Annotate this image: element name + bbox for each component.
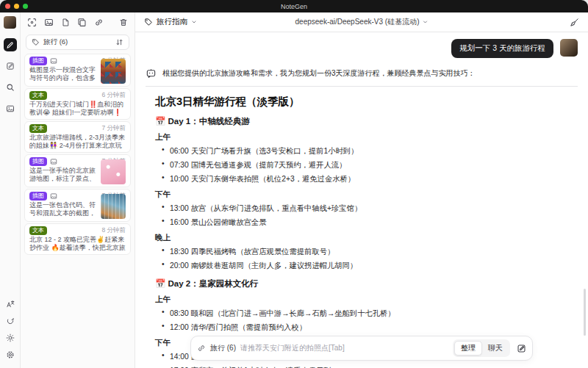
note-preview-text: 这是一张包含代码、符号和混乱文本的截图，内容难以辨识，似乎涉及技术... bbox=[29, 201, 97, 217]
insert-image-button[interactable] bbox=[44, 18, 54, 27]
divider bbox=[146, 86, 578, 87]
screenshot-button[interactable] bbox=[27, 18, 37, 27]
itinerary-item: 10:00 天安门东侧华表拍照（机位2+3，避免过金水桥） bbox=[170, 174, 580, 184]
trash-icon bbox=[119, 18, 128, 27]
gear-icon bbox=[6, 350, 15, 359]
gallery-tab-button[interactable] bbox=[4, 102, 17, 115]
insert-link-button[interactable] bbox=[94, 18, 104, 27]
day-heading: 📅 Day 2：皇家园林文化行 bbox=[155, 278, 580, 289]
sync-icon bbox=[6, 317, 15, 325]
write-tab-button[interactable] bbox=[4, 59, 17, 73]
pen-icon bbox=[6, 41, 14, 49]
note-preview-text: 截图显示一段混合文字与符号的内容，包含多行无序排列的字母、数字和符... bbox=[29, 66, 97, 82]
user-message-row: 规划一下 3 天的旅游行程 bbox=[146, 39, 578, 58]
document-selector[interactable]: 旅行指南 bbox=[144, 17, 197, 27]
time-of-day-label: 下午 bbox=[155, 190, 580, 200]
chevron-down-icon bbox=[191, 19, 197, 25]
itinerary-item: 12:00 清华/西门拍照（需提前预约入校） bbox=[170, 322, 580, 333]
picture-icon bbox=[50, 158, 57, 165]
square-pen-icon bbox=[6, 62, 15, 71]
note-type-badge: 插图 bbox=[29, 192, 47, 201]
model-name: deepseek-ai/DeepSeek-V3 (硅基流动) bbox=[295, 17, 420, 27]
itinerary-item: 13:00 故宫（从东华门进免排队，重点看中轴线+珍宝馆） bbox=[170, 203, 580, 214]
note-card[interactable]: 文本 7 分钟前 北京旅游详细路线，2-3月淡季来的姐妹👭 2-4月份打算来北京… bbox=[24, 121, 131, 153]
chat-input-bar[interactable]: 旅行 (6) 请推荐天安门附近的拍照点[Tab] 整理 聊天 bbox=[190, 336, 533, 361]
sort-icon bbox=[115, 38, 123, 46]
sort-button[interactable] bbox=[115, 38, 123, 46]
square-pen-icon bbox=[517, 344, 526, 353]
note-type-badge: 文本 bbox=[29, 124, 47, 133]
compose-button[interactable] bbox=[517, 344, 526, 353]
itinerary-item: 18:30 四季民福烤鸭（故宫店观景位需提前取号） bbox=[170, 247, 580, 257]
time-of-day-label: 上午 bbox=[155, 132, 580, 142]
itinerary-document: 北京3日精华游行程（淡季版） 📅 Day 1：中轴线经典游上午06:00 天安门… bbox=[155, 95, 580, 368]
time-of-day-label: 晚上 bbox=[155, 233, 580, 243]
main-panel: 旅行指南 deepseek-ai/DeepSeek-V3 (硅基流动) 规划一下… bbox=[135, 12, 588, 368]
note-thumbnail bbox=[101, 59, 126, 84]
note-preview-text: 北京 12 - 2 攻略已完善✌️赶紧来抄作业 🔥趁着淡季，快把北京旅游攻略重新… bbox=[29, 236, 126, 252]
sidebar-toolbar bbox=[21, 12, 135, 32]
sun-icon bbox=[6, 333, 15, 342]
model-selector[interactable]: deepseek-ai/DeepSeek-V3 (硅基流动) bbox=[295, 17, 429, 27]
day-heading: 📅 Day 1：中轴线经典游 bbox=[155, 116, 580, 127]
note-type-badge: 插图 bbox=[29, 57, 47, 65]
language-button[interactable] bbox=[4, 297, 17, 311]
left-rail bbox=[0, 12, 21, 368]
insert-file-button[interactable] bbox=[61, 18, 70, 27]
organize-mode-button[interactable]: 整理 bbox=[454, 341, 482, 356]
itinerary-item: 08:30 颐和园（北宫门进→画中游→长廊→石舫→坐船到十七孔桥） bbox=[170, 309, 580, 319]
note-list: 插图 6 分钟前 截图显示一段混合文字与符号的内容，包含多行无序排列的字母、数字… bbox=[21, 53, 135, 256]
note-card[interactable]: 插图 7 分钟前 这是一张包含代码、符号和混乱文本的截图，内容难以辨识，似乎涉及… bbox=[24, 189, 131, 222]
app-window: NoteGen bbox=[0, 0, 588, 368]
itinerary-item: 20:00 南锣鼓巷逛胡同（主街人多，建议拐进帽儿胡同） bbox=[170, 261, 580, 271]
document-title: 旅行指南 bbox=[157, 17, 187, 27]
main-header: 旅行指南 deepseek-ai/DeepSeek-V3 (硅基流动) bbox=[135, 12, 588, 32]
clipboard-icon bbox=[77, 18, 87, 27]
tag-filter[interactable]: 旅行 (6) bbox=[26, 35, 129, 50]
search-tab-button[interactable] bbox=[4, 81, 17, 94]
sync-button[interactable] bbox=[4, 314, 17, 328]
chat-area: 规划一下 3 天的旅游行程 根据您提供的北京旅游攻略和需求，我为您规划一份3天深… bbox=[135, 33, 588, 368]
note-card[interactable]: 插图 6 分钟前 截图显示一段混合文字与符号的内容，包含多行无序排列的字母、数字… bbox=[24, 54, 131, 87]
note-card[interactable]: 文本 6 分钟前 千万别进天安门城门‼️血和泪的教训😭 姐妹们!一定要听劝啊❗ … bbox=[24, 88, 131, 120]
assistant-message-row: 根据您提供的北京旅游攻略和需求，我为您规划一份3天深度游行程，兼顾经典景点与实用… bbox=[146, 68, 578, 79]
note-thumbnail bbox=[101, 194, 126, 219]
picture-icon bbox=[50, 57, 57, 65]
note-timestamp: 7 分钟前 bbox=[101, 124, 126, 133]
theme-button[interactable] bbox=[4, 331, 17, 344]
notes-sidebar: 旅行 (6) 插图 6 分钟前 截图显示一段混合文字与符号的内容，包含多行无序排… bbox=[21, 12, 135, 368]
note-preview-text: 这是一张手绘的北京旅游地图，标注了景点、交通方式和门票价格，如天安... bbox=[29, 167, 97, 183]
trash-button[interactable] bbox=[119, 18, 128, 27]
chat-mode-button[interactable]: 聊天 bbox=[482, 342, 509, 355]
note-card[interactable]: 插图 7 分钟前 这是一张手绘的北京旅游地图，标注了景点、交通方式和门票价格，如… bbox=[24, 154, 131, 187]
titlebar: NoteGen bbox=[0, 0, 588, 12]
assistant-intro-text: 根据您提供的北京旅游攻略和需求，我为您规划一份3天深度游行程，兼顾经典景点与实用… bbox=[162, 68, 476, 79]
user-message-bubble: 规划一下 3 天的旅游行程 bbox=[451, 39, 553, 58]
user-avatar bbox=[560, 39, 578, 57]
itinerary-item: 07:30 国博无包通道参观（提前7天预约，避开人流） bbox=[170, 160, 580, 170]
broom-icon bbox=[570, 18, 579, 27]
picture-icon bbox=[50, 192, 57, 200]
note-timestamp: 6 分钟前 bbox=[101, 91, 126, 100]
scrollbar-thumb[interactable] bbox=[584, 289, 586, 336]
clipboard-button[interactable] bbox=[77, 18, 87, 27]
note-type-badge: 文本 bbox=[29, 91, 47, 100]
bot-icon bbox=[146, 68, 157, 79]
translate-icon bbox=[6, 300, 15, 309]
image-icon bbox=[6, 104, 15, 113]
note-thumbnail bbox=[101, 159, 126, 184]
record-tab-button[interactable] bbox=[4, 38, 17, 51]
note-preview-text: 千万别进天安门城门‼️血和泪的教训😭 姐妹们!一定要听劝啊❗ 除非是预约了参观天… bbox=[29, 101, 126, 117]
settings-button[interactable] bbox=[4, 348, 17, 361]
message-input[interactable]: 请推荐天安门附近的拍照点[Tab] bbox=[240, 343, 448, 353]
clear-chat-button[interactable] bbox=[570, 18, 579, 27]
note-type-badge: 文本 bbox=[29, 226, 47, 235]
window-title: NoteGen bbox=[0, 3, 588, 10]
note-card[interactable]: 文本 8 分钟前 北京 12 - 2 攻略已完善✌️赶紧来抄作业 🔥趁着淡季，快… bbox=[24, 223, 131, 255]
input-tag-chip[interactable]: 旅行 (6) bbox=[210, 343, 236, 353]
mode-segmented-control: 整理 聊天 bbox=[453, 339, 510, 357]
chevron-down-icon bbox=[422, 19, 428, 25]
itinerary-item: 16:00 景山公园俯瞰故宫全景 bbox=[170, 217, 580, 228]
user-avatar[interactable] bbox=[4, 16, 16, 29]
tag-icon bbox=[144, 18, 153, 26]
